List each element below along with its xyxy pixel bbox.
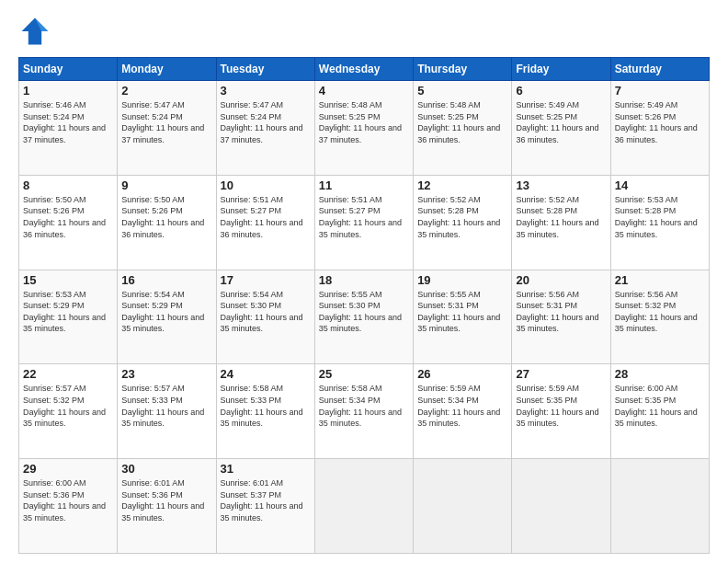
calendar-table: SundayMondayTuesdayWednesdayThursdayFrid… <box>18 57 710 554</box>
day-info: Sunrise: 5:59 AM Sunset: 5:34 PM Dayligh… <box>417 383 507 429</box>
day-number: 26 <box>417 367 507 381</box>
calendar-week-row: 8 Sunrise: 5:50 AM Sunset: 5:26 PM Dayli… <box>19 175 710 270</box>
calendar-cell: 3 Sunrise: 5:47 AM Sunset: 5:24 PM Dayli… <box>216 81 314 176</box>
day-number: 27 <box>516 367 606 381</box>
day-number: 23 <box>121 367 211 381</box>
day-info: Sunrise: 5:52 AM Sunset: 5:28 PM Dayligh… <box>417 194 507 240</box>
logo <box>18 15 55 48</box>
day-number: 4 <box>319 84 409 98</box>
day-info: Sunrise: 5:50 AM Sunset: 5:26 PM Dayligh… <box>23 194 113 240</box>
day-info: Sunrise: 5:51 AM Sunset: 5:27 PM Dayligh… <box>221 194 311 240</box>
calendar-cell: 17 Sunrise: 5:54 AM Sunset: 5:30 PM Dayl… <box>216 270 314 364</box>
day-info: Sunrise: 5:54 AM Sunset: 5:29 PM Dayligh… <box>121 289 211 335</box>
day-number: 8 <box>23 178 113 192</box>
day-info: Sunrise: 6:00 AM Sunset: 5:35 PM Dayligh… <box>615 383 705 429</box>
day-number: 17 <box>221 273 311 287</box>
day-info: Sunrise: 5:51 AM Sunset: 5:27 PM Dayligh… <box>319 194 409 240</box>
day-info: Sunrise: 6:00 AM Sunset: 5:36 PM Dayligh… <box>23 477 113 523</box>
day-number: 3 <box>221 84 311 98</box>
day-info: Sunrise: 6:01 AM Sunset: 5:37 PM Dayligh… <box>221 477 311 523</box>
day-info: Sunrise: 5:48 AM Sunset: 5:25 PM Dayligh… <box>319 99 409 145</box>
calendar-cell: 11 Sunrise: 5:51 AM Sunset: 5:27 PM Dayl… <box>314 175 413 270</box>
day-number: 12 <box>417 178 507 192</box>
day-info: Sunrise: 5:49 AM Sunset: 5:25 PM Dayligh… <box>516 99 606 145</box>
calendar-cell: 27 Sunrise: 5:59 AM Sunset: 5:35 PM Dayl… <box>512 364 610 459</box>
day-number: 15 <box>23 273 113 287</box>
weekday-header: Tuesday <box>216 58 314 81</box>
calendar-cell: 29 Sunrise: 6:00 AM Sunset: 5:36 PM Dayl… <box>19 459 118 554</box>
calendar-cell: 30 Sunrise: 6:01 AM Sunset: 5:36 PM Dayl… <box>118 459 216 554</box>
day-number: 7 <box>615 84 705 98</box>
weekday-header: Saturday <box>610 58 709 81</box>
calendar-cell: 7 Sunrise: 5:49 AM Sunset: 5:26 PM Dayli… <box>610 81 709 176</box>
day-number: 14 <box>615 178 705 192</box>
day-number: 1 <box>23 84 113 98</box>
day-number: 6 <box>516 84 606 98</box>
calendar-cell <box>512 459 610 554</box>
day-number: 29 <box>23 462 113 476</box>
day-number: 28 <box>615 367 705 381</box>
day-number: 24 <box>221 367 311 381</box>
day-info: Sunrise: 5:55 AM Sunset: 5:30 PM Dayligh… <box>319 289 409 335</box>
calendar-cell: 22 Sunrise: 5:57 AM Sunset: 5:32 PM Dayl… <box>19 364 118 459</box>
day-info: Sunrise: 5:47 AM Sunset: 5:24 PM Dayligh… <box>121 99 211 145</box>
calendar-cell <box>314 459 413 554</box>
day-info: Sunrise: 5:56 AM Sunset: 5:31 PM Dayligh… <box>516 289 606 335</box>
calendar-week-row: 1 Sunrise: 5:46 AM Sunset: 5:24 PM Dayli… <box>19 81 710 176</box>
calendar-cell: 20 Sunrise: 5:56 AM Sunset: 5:31 PM Dayl… <box>512 270 610 364</box>
day-number: 11 <box>319 178 409 192</box>
day-info: Sunrise: 5:56 AM Sunset: 5:32 PM Dayligh… <box>615 289 705 335</box>
calendar-cell <box>610 459 709 554</box>
weekday-header: Monday <box>118 58 216 81</box>
calendar-cell: 13 Sunrise: 5:52 AM Sunset: 5:28 PM Dayl… <box>512 175 610 270</box>
calendar-cell: 2 Sunrise: 5:47 AM Sunset: 5:24 PM Dayli… <box>118 81 216 176</box>
day-info: Sunrise: 6:01 AM Sunset: 5:36 PM Dayligh… <box>121 477 211 523</box>
day-info: Sunrise: 5:53 AM Sunset: 5:28 PM Dayligh… <box>615 194 705 240</box>
day-number: 19 <box>417 273 507 287</box>
day-info: Sunrise: 5:50 AM Sunset: 5:26 PM Dayligh… <box>121 194 211 240</box>
calendar-header-row: SundayMondayTuesdayWednesdayThursdayFrid… <box>19 58 710 81</box>
day-info: Sunrise: 5:58 AM Sunset: 5:34 PM Dayligh… <box>319 383 409 429</box>
calendar-cell: 18 Sunrise: 5:55 AM Sunset: 5:30 PM Dayl… <box>314 270 413 364</box>
calendar-cell: 24 Sunrise: 5:58 AM Sunset: 5:33 PM Dayl… <box>216 364 314 459</box>
day-info: Sunrise: 5:57 AM Sunset: 5:32 PM Dayligh… <box>23 383 113 429</box>
calendar-week-row: 15 Sunrise: 5:53 AM Sunset: 5:29 PM Dayl… <box>19 270 710 364</box>
day-number: 25 <box>319 367 409 381</box>
calendar-cell: 28 Sunrise: 6:00 AM Sunset: 5:35 PM Dayl… <box>610 364 709 459</box>
weekday-header: Wednesday <box>314 58 413 81</box>
weekday-header: Thursday <box>414 58 512 81</box>
day-info: Sunrise: 5:59 AM Sunset: 5:35 PM Dayligh… <box>516 383 606 429</box>
day-info: Sunrise: 5:49 AM Sunset: 5:26 PM Dayligh… <box>615 99 705 145</box>
calendar-cell: 4 Sunrise: 5:48 AM Sunset: 5:25 PM Dayli… <box>314 81 413 176</box>
day-number: 13 <box>516 178 606 192</box>
day-number: 16 <box>121 273 211 287</box>
day-number: 9 <box>121 178 211 192</box>
calendar-cell: 25 Sunrise: 5:58 AM Sunset: 5:34 PM Dayl… <box>314 364 413 459</box>
day-info: Sunrise: 5:48 AM Sunset: 5:25 PM Dayligh… <box>417 99 507 145</box>
day-number: 10 <box>221 178 311 192</box>
calendar-cell: 5 Sunrise: 5:48 AM Sunset: 5:25 PM Dayli… <box>414 81 512 176</box>
calendar-cell: 26 Sunrise: 5:59 AM Sunset: 5:34 PM Dayl… <box>414 364 512 459</box>
calendar-cell: 12 Sunrise: 5:52 AM Sunset: 5:28 PM Dayl… <box>414 175 512 270</box>
day-number: 5 <box>417 84 507 98</box>
calendar-cell: 15 Sunrise: 5:53 AM Sunset: 5:29 PM Dayl… <box>19 270 118 364</box>
calendar-cell: 21 Sunrise: 5:56 AM Sunset: 5:32 PM Dayl… <box>610 270 709 364</box>
day-info: Sunrise: 5:58 AM Sunset: 5:33 PM Dayligh… <box>221 383 311 429</box>
calendar-week-row: 22 Sunrise: 5:57 AM Sunset: 5:32 PM Dayl… <box>19 364 710 459</box>
calendar-cell: 14 Sunrise: 5:53 AM Sunset: 5:28 PM Dayl… <box>610 175 709 270</box>
day-number: 31 <box>221 462 311 476</box>
day-info: Sunrise: 5:54 AM Sunset: 5:30 PM Dayligh… <box>221 289 311 335</box>
day-info: Sunrise: 5:55 AM Sunset: 5:31 PM Dayligh… <box>417 289 507 335</box>
day-info: Sunrise: 5:53 AM Sunset: 5:29 PM Dayligh… <box>23 289 113 335</box>
calendar-cell: 8 Sunrise: 5:50 AM Sunset: 5:26 PM Dayli… <box>19 175 118 270</box>
calendar-cell: 6 Sunrise: 5:49 AM Sunset: 5:25 PM Dayli… <box>512 81 610 176</box>
weekday-header: Sunday <box>19 58 118 81</box>
day-info: Sunrise: 5:57 AM Sunset: 5:33 PM Dayligh… <box>121 383 211 429</box>
day-info: Sunrise: 5:46 AM Sunset: 5:24 PM Dayligh… <box>23 99 113 145</box>
day-number: 2 <box>121 84 211 98</box>
calendar-cell: 31 Sunrise: 6:01 AM Sunset: 5:37 PM Dayl… <box>216 459 314 554</box>
day-number: 18 <box>319 273 409 287</box>
calendar-body: 1 Sunrise: 5:46 AM Sunset: 5:24 PM Dayli… <box>19 81 710 554</box>
calendar-cell: 23 Sunrise: 5:57 AM Sunset: 5:33 PM Dayl… <box>118 364 216 459</box>
page: SundayMondayTuesdayWednesdayThursdayFrid… <box>0 0 728 563</box>
